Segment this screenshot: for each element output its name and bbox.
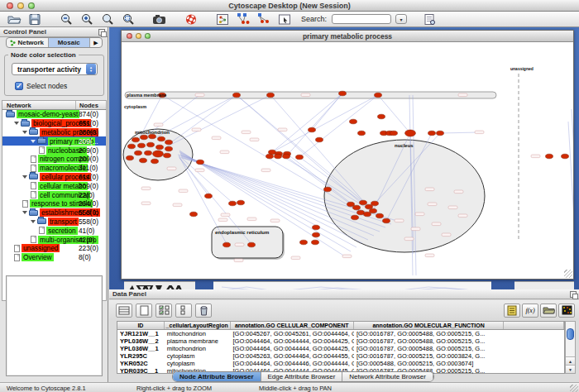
import-attributes-icon[interactable] <box>540 304 557 318</box>
network-node[interactable] <box>223 242 231 247</box>
network-node[interactable] <box>164 153 171 158</box>
tab-overflow-arrow[interactable]: ▶ <box>90 38 102 47</box>
open-session-icon[interactable] <box>5 12 23 26</box>
network-node[interactable] <box>135 151 142 155</box>
table-scrollbar[interactable]: ▲ ▼ <box>565 321 576 374</box>
network-node[interactable] <box>428 131 436 136</box>
tree-row[interactable]: nitrogen compo209(0) <box>2 155 106 164</box>
network-node[interactable] <box>233 93 241 98</box>
table-row[interactable]: YPL036W__2plasma membrane[GO:0044464, GO… <box>117 337 564 345</box>
column-header[interactable]: annotation.GO MOLECULAR_FUNCTION <box>354 322 504 329</box>
expand-arrow-icon[interactable] <box>31 140 36 143</box>
tree-header-nodes[interactable]: Nodes <box>76 101 106 109</box>
zoom-selected-region-icon[interactable] <box>119 12 137 26</box>
network-canvas[interactable]: plasma membranecytoplasmmitochondrionnuc… <box>122 43 573 279</box>
network-node[interactable] <box>149 134 156 139</box>
browser-tab[interactable]: Node Attribute Browser <box>173 372 261 381</box>
expand-arrow-icon[interactable] <box>22 175 27 179</box>
network-node[interactable] <box>147 142 155 147</box>
float-panel-icon[interactable] <box>98 29 105 36</box>
attribute-matrix-icon[interactable] <box>558 304 575 318</box>
tree-row[interactable]: secretion41(0) <box>2 226 106 235</box>
network-node[interactable] <box>370 208 377 213</box>
network-node[interactable] <box>151 159 159 164</box>
tree-row[interactable]: establishment of lo558(0) <box>2 208 106 218</box>
network-node[interactable] <box>339 91 347 96</box>
scroll-up-button[interactable]: ▲ <box>566 356 575 365</box>
tree-row[interactable]: metabolic process280(0) <box>2 128 106 137</box>
network-node[interactable] <box>138 143 146 148</box>
tree-row[interactable]: cell communicat22(0) <box>2 190 106 199</box>
network-node[interactable] <box>140 158 147 163</box>
tab-network[interactable]: Network <box>7 38 49 47</box>
network-node[interactable] <box>313 225 320 230</box>
select-attributes-icon[interactable] <box>156 304 172 318</box>
network-node[interactable] <box>237 200 245 205</box>
tab-mosaic[interactable]: Mosaic <box>49 38 91 47</box>
network-node[interactable] <box>229 201 237 206</box>
network-node[interactable] <box>313 232 320 237</box>
tree-row[interactable]: unassigned223(0) <box>2 244 106 253</box>
network-node[interactable] <box>141 135 148 140</box>
search-input[interactable] <box>332 14 391 24</box>
select-nodes-checkbox[interactable]: ✓ <box>15 82 23 90</box>
window-resize-grip[interactable] <box>570 385 578 392</box>
table-row[interactable]: YLR295Ccytoplasm[GO:0045263, GO:0044464,… <box>117 352 564 360</box>
network-node[interactable] <box>437 131 444 136</box>
attribute-table-icon[interactable] <box>116 304 132 318</box>
column-header[interactable]: annotation.GO CELLULAR_COMPONENT <box>231 322 354 329</box>
network-node[interactable] <box>383 218 390 223</box>
column-header[interactable]: _cellularLayoutRegion <box>165 322 231 329</box>
tree-row[interactable]: multi-organism pro42(0) <box>2 235 106 244</box>
network-node[interactable] <box>156 145 164 150</box>
browser-tab[interactable]: Network Attribute Browser <box>342 372 433 381</box>
network-node[interactable] <box>360 200 367 205</box>
network-node[interactable] <box>128 144 136 149</box>
network-node[interactable] <box>350 119 357 124</box>
column-header[interactable]: ID <box>117 322 165 329</box>
network-node[interactable] <box>248 242 256 247</box>
tree-row[interactable]: primary metab209(... <box>2 136 106 146</box>
network-node[interactable] <box>266 154 274 159</box>
show-graphics-details-icon[interactable] <box>213 12 232 26</box>
zoom-fit-icon[interactable] <box>98 12 117 26</box>
tree-row[interactable]: cellular process614(0) <box>2 173 106 182</box>
network-node[interactable] <box>300 240 308 245</box>
tree-row[interactable]: Overview8(0) <box>2 253 106 262</box>
browser-tab[interactable]: Edge Attribute Browser <box>261 372 343 381</box>
column-header[interactable] <box>504 322 564 329</box>
node-color-select[interactable]: transporter activity ▲▼ <box>12 63 98 75</box>
network-node[interactable] <box>165 146 173 151</box>
network-node[interactable] <box>390 131 398 136</box>
save-session-icon[interactable] <box>26 12 44 26</box>
network-node[interactable] <box>165 140 173 145</box>
zoom-out-icon[interactable] <box>57 12 75 26</box>
network-node[interactable] <box>376 213 384 218</box>
network-node[interactable] <box>309 127 316 132</box>
attribute-notes-icon[interactable] <box>504 304 520 318</box>
tree-row[interactable]: transport558(0) <box>2 218 106 227</box>
scrollbar-thumb[interactable] <box>567 328 574 340</box>
search-dropdown-button[interactable]: ▾ <box>395 14 407 24</box>
network-node[interactable] <box>158 136 165 141</box>
network-node[interactable] <box>275 154 282 159</box>
network-node[interactable] <box>132 137 140 142</box>
tree-row[interactable]: mosaic-demo-yeast874(0) <box>2 110 106 119</box>
network-node[interactable] <box>316 137 323 142</box>
data-panel-float-icon[interactable] <box>570 291 577 298</box>
new-attribute-icon[interactable] <box>136 304 152 318</box>
network-node[interactable] <box>546 154 553 159</box>
tree-header-network[interactable]: Network <box>2 101 76 109</box>
tree-row[interactable]: macromolecule311(0) <box>2 164 106 173</box>
network-node[interactable] <box>205 194 213 198</box>
network-node[interactable] <box>378 114 385 119</box>
network-node[interactable] <box>352 215 359 220</box>
network-node[interactable] <box>197 160 204 165</box>
layout-nodes-red-icon[interactable] <box>255 12 273 26</box>
expand-arrow-icon[interactable] <box>22 131 27 134</box>
network-node[interactable] <box>357 210 365 215</box>
advanced-search-icon[interactable] <box>420 12 438 26</box>
zoom-in-icon[interactable] <box>78 12 96 26</box>
layout-nodes-blue-icon[interactable] <box>234 12 252 26</box>
delete-attribute-icon[interactable] <box>195 304 212 318</box>
